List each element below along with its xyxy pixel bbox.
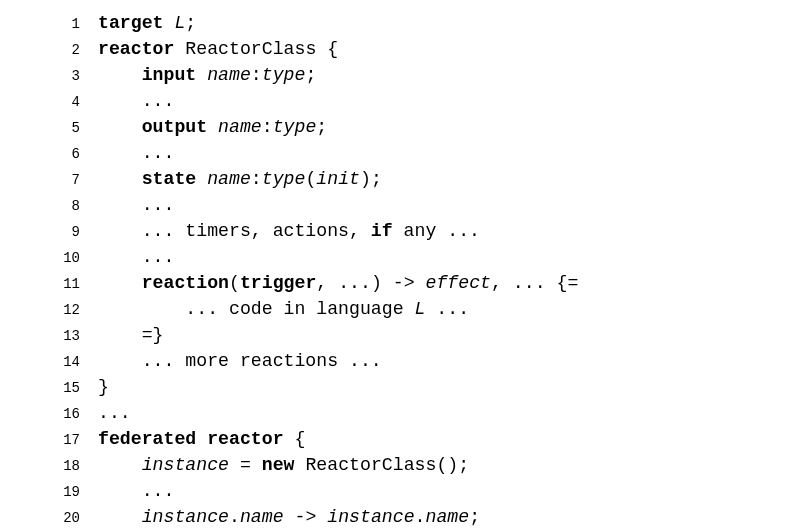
code-line: 11 reaction(trigger, ...) -> effect, ...…	[20, 270, 800, 296]
code-token: init	[316, 169, 360, 189]
line-number: 2	[20, 40, 98, 60]
code-token: :	[251, 65, 262, 85]
code-line: 18 instance = new ReactorClass();	[20, 452, 800, 478]
code-line: 1target L;	[20, 10, 800, 36]
code-content: ...	[98, 478, 174, 504]
code-content: ...	[98, 192, 174, 218]
code-token: ... code in language	[98, 299, 415, 319]
code-line: 20 instance.name -> instance.name;	[20, 504, 800, 530]
code-content: ... timers, actions, if any ...	[98, 218, 480, 244]
code-token: ...	[98, 247, 174, 267]
line-number: 13	[20, 326, 98, 346]
code-token: name	[207, 65, 251, 85]
code-line: 8 ...	[20, 192, 800, 218]
code-line: 13 =}	[20, 322, 800, 348]
code-content: instance.name -> instance.name;	[98, 504, 480, 530]
code-token	[98, 455, 142, 475]
line-number: 15	[20, 378, 98, 398]
line-number: 4	[20, 92, 98, 112]
code-block: 1target L;2reactor ReactorClass {3 input…	[0, 0, 800, 530]
code-content: federated reactor {	[98, 426, 305, 452]
code-token: input	[142, 65, 208, 85]
code-token: :	[251, 169, 262, 189]
code-token: ;	[185, 13, 196, 33]
code-token: =}	[98, 325, 164, 345]
code-token: =	[229, 455, 262, 475]
code-content: ... code in language L ...	[98, 296, 469, 322]
code-content: ... more reactions ...	[98, 348, 382, 374]
code-content: ...	[98, 244, 174, 270]
code-line: 14 ... more reactions ...	[20, 348, 800, 374]
code-line: 2reactor ReactorClass {	[20, 36, 800, 62]
line-number: 11	[20, 274, 98, 294]
code-content: ...	[98, 140, 174, 166]
code-token: if	[371, 221, 393, 241]
line-number: 7	[20, 170, 98, 190]
code-token: type	[262, 65, 306, 85]
line-number: 10	[20, 248, 98, 268]
code-token: ...	[425, 299, 469, 319]
line-number: 20	[20, 508, 98, 528]
line-number: 9	[20, 222, 98, 242]
code-token: output	[142, 117, 218, 137]
line-number: 14	[20, 352, 98, 372]
code-token: trigger	[240, 273, 316, 293]
code-token: ... more reactions ...	[98, 351, 382, 371]
code-token	[98, 65, 142, 85]
code-token: name	[218, 117, 262, 137]
code-token: ->	[284, 507, 328, 527]
code-content: input name:type;	[98, 62, 316, 88]
code-token: name	[426, 507, 470, 527]
code-line: 6 ...	[20, 140, 800, 166]
line-number: 12	[20, 300, 98, 320]
code-token: reaction	[142, 273, 229, 293]
code-token: ReactorClass {	[185, 39, 338, 59]
line-number: 19	[20, 482, 98, 502]
line-number: 8	[20, 196, 98, 216]
code-token: state	[142, 169, 208, 189]
code-line: 7 state name:type(init);	[20, 166, 800, 192]
code-content: state name:type(init);	[98, 166, 382, 192]
code-token: (	[305, 169, 316, 189]
code-line: 12 ... code in language L ...	[20, 296, 800, 322]
code-token: new	[262, 455, 295, 475]
code-line: 17federated reactor {	[20, 426, 800, 452]
code-token: ;	[316, 117, 327, 137]
code-token: name	[207, 169, 251, 189]
code-token: L	[415, 299, 426, 319]
code-token: ...	[98, 195, 174, 215]
code-token: instance	[142, 455, 229, 475]
code-line: 5 output name:type;	[20, 114, 800, 140]
code-content: instance = new ReactorClass();	[98, 452, 469, 478]
code-token: type	[273, 117, 317, 137]
code-token: );	[360, 169, 382, 189]
code-token: instance	[142, 507, 229, 527]
code-token: ReactorClass();	[295, 455, 470, 475]
line-number: 17	[20, 430, 98, 450]
code-token: ...	[98, 143, 174, 163]
code-token: target	[98, 13, 174, 33]
code-token: ... timers, actions,	[98, 221, 371, 241]
code-token: type	[262, 169, 306, 189]
code-content: =}	[98, 322, 164, 348]
code-token	[98, 273, 142, 293]
code-token: L	[174, 13, 185, 33]
code-line: 3 input name:type;	[20, 62, 800, 88]
code-token: effect	[425, 273, 491, 293]
code-content: }	[98, 374, 109, 400]
code-token: ...	[98, 403, 131, 423]
code-line: 19 ...	[20, 478, 800, 504]
code-token	[98, 169, 142, 189]
line-number: 6	[20, 144, 98, 164]
line-number: 1	[20, 14, 98, 34]
code-token	[98, 507, 142, 527]
code-token: any ...	[393, 221, 480, 241]
code-content: output name:type;	[98, 114, 327, 140]
code-token: ...	[98, 91, 174, 111]
code-token	[98, 117, 142, 137]
code-line: 9 ... timers, actions, if any ...	[20, 218, 800, 244]
line-number: 5	[20, 118, 98, 138]
code-token: .	[229, 507, 240, 527]
code-token: {	[294, 429, 305, 449]
code-token: :	[262, 117, 273, 137]
